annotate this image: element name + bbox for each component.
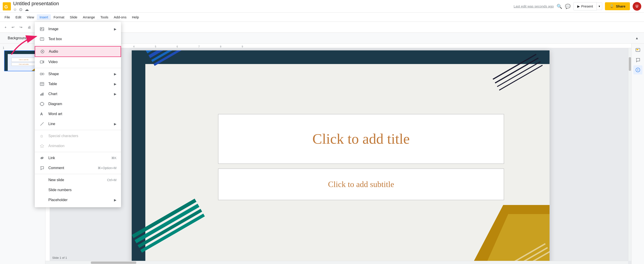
- subtitle-placeholder: Click to add subtitle: [328, 180, 394, 189]
- menu-tools[interactable]: Tools: [98, 14, 111, 20]
- menu-slide[interactable]: Slide: [67, 14, 80, 20]
- placeholder-icon: [39, 197, 45, 203]
- insert-dropdown-menu: Image ▶ T Text box Audio Video: [35, 22, 121, 207]
- vertical-scrollbar[interactable]: [628, 48, 631, 261]
- link-shortcut: ⌘K: [111, 156, 116, 160]
- menu-item-line[interactable]: Line ▶: [35, 119, 121, 129]
- menu-section-special: Ω Special characters Animation: [35, 130, 121, 152]
- menu-section-basic: Image ▶ T Text box: [35, 23, 121, 45]
- link-label: Link: [48, 156, 108, 160]
- menu-item-diagram[interactable]: Diagram: [35, 99, 121, 109]
- menu-addons[interactable]: Add-ons: [111, 14, 129, 20]
- menu-item-textbox[interactable]: T Text box: [35, 34, 121, 44]
- menu-item-shape[interactable]: Shape ▶: [35, 69, 121, 79]
- link-icon: [39, 155, 45, 161]
- app-logo[interactable]: G: [3, 2, 11, 10]
- present-button[interactable]: ▶ Present: [574, 2, 597, 10]
- arrow-annotation: [7, 23, 43, 59]
- doc-title[interactable]: Untitled presentation: [13, 1, 514, 6]
- star-icon[interactable]: ☆: [13, 7, 17, 12]
- share-button[interactable]: 🔒 Share: [605, 2, 630, 10]
- chart-icon: [39, 91, 45, 97]
- menu-arrange[interactable]: Arrange: [80, 14, 98, 20]
- menu-section-shapes: Shape ▶ Table ▶ Chart ▶ Diagram A: [35, 68, 121, 130]
- right-panel-info-icon[interactable]: i: [633, 66, 642, 74]
- search-icon[interactable]: 🔍: [556, 4, 562, 9]
- special-chars-label: Special characters: [48, 134, 116, 138]
- collapse-panel-btn[interactable]: ▲: [633, 35, 640, 41]
- table-icon: [39, 81, 45, 87]
- menu-item-video[interactable]: Video: [35, 57, 121, 67]
- image-arrow: ▶: [114, 27, 116, 31]
- slide-canvas[interactable]: Click to add title Click to add subtitle: [132, 50, 550, 264]
- placeholder-label: Placeholder: [48, 198, 110, 202]
- menu-item-comment[interactable]: Comment ⌘+Option+M: [35, 163, 121, 173]
- svg-marker-20: [40, 102, 44, 106]
- shape-icon: [39, 71, 45, 77]
- history-icon[interactable]: ⊙: [19, 7, 22, 12]
- new-slide-label: New slide: [48, 178, 103, 182]
- animation-label: Animation: [48, 144, 116, 148]
- menu-item-audio[interactable]: Audio: [35, 46, 121, 57]
- subtitle-textbox[interactable]: Click to add subtitle: [218, 168, 504, 200]
- menu-file[interactable]: File: [2, 14, 13, 20]
- menu-item-animation: Animation: [35, 141, 121, 151]
- menu-item-wordart[interactable]: A Word art: [35, 109, 121, 119]
- comment-label: Comment: [48, 166, 94, 170]
- animation-icon: [39, 143, 45, 149]
- svg-text:G: G: [4, 4, 8, 9]
- shape-label: Shape: [48, 72, 110, 76]
- title-placeholder: Click to add title: [312, 130, 410, 147]
- dark-border-top: [132, 50, 550, 64]
- last-edit-text[interactable]: Last edit was seconds ago: [514, 4, 554, 8]
- menu-edit[interactable]: Edit: [13, 14, 24, 20]
- wordart-icon: A: [39, 111, 45, 117]
- svg-rect-19: [43, 92, 43, 96]
- menu-item-special-chars: Ω Special characters: [35, 131, 121, 141]
- title-area: Untitled presentation ☆ ⊙ ☁: [13, 1, 514, 12]
- horizontal-scrollbar[interactable]: [46, 261, 628, 264]
- right-panel-slides-icon[interactable]: [633, 46, 642, 54]
- table-label: Table: [48, 82, 110, 86]
- right-panel-comment-icon[interactable]: [633, 56, 642, 64]
- present-caret-button[interactable]: ▾: [597, 2, 602, 10]
- svg-rect-3: [636, 49, 638, 50]
- table-arrow: ▶: [114, 82, 116, 86]
- ruler-horizontal: 1 2 3 4 5 6 7 8 9: [46, 44, 631, 48]
- diagram-icon: [39, 101, 45, 107]
- menu-help[interactable]: Help: [129, 14, 142, 20]
- menu-item-placeholder[interactable]: Placeholder ▶: [35, 195, 121, 205]
- menu-item-new-slide[interactable]: New slide Ctrl+M: [35, 175, 121, 185]
- line-icon: [39, 121, 45, 127]
- menu-bar: File Edit View Insert Format Slide Arran…: [0, 13, 644, 22]
- menu-item-chart[interactable]: Chart ▶: [35, 89, 121, 99]
- menu-item-link[interactable]: Link ⌘K: [35, 153, 121, 163]
- menu-view[interactable]: View: [24, 14, 37, 20]
- title-textbox[interactable]: Click to add title: [218, 114, 504, 164]
- menu-section-slides: New slide Ctrl+M Slide numbers Placehold…: [35, 174, 121, 206]
- chart-arrow: ▶: [114, 92, 116, 96]
- shape-arrow: ▶: [114, 72, 116, 76]
- svg-rect-12: [40, 73, 42, 75]
- slide-counter: Slide 1 of 1: [52, 256, 67, 260]
- menu-item-slide-numbers[interactable]: Slide numbers: [35, 185, 121, 195]
- canvas-area: 1 2 3 4 5 6 7 8 9: [46, 44, 631, 264]
- avatar[interactable]: U: [633, 2, 641, 11]
- cloud-icon[interactable]: ☁: [25, 7, 29, 12]
- wordart-label: Word art: [48, 112, 116, 116]
- comment-icon[interactable]: 💬: [565, 4, 571, 9]
- comment-menu-icon: [39, 165, 45, 171]
- svg-rect-17: [40, 94, 41, 96]
- slide-number: 1: [3, 46, 4, 50]
- menu-insert[interactable]: Insert: [37, 14, 51, 20]
- svg-rect-18: [42, 93, 42, 96]
- svg-line-22: [40, 122, 44, 126]
- menu-format[interactable]: Format: [51, 14, 67, 20]
- placeholder-arrow: ▶: [114, 198, 116, 202]
- line-label: Line: [48, 122, 110, 126]
- menu-item-image[interactable]: Image ▶: [35, 24, 121, 34]
- slide-numbers-icon: [39, 187, 45, 193]
- menu-item-table[interactable]: Table ▶: [35, 79, 121, 89]
- line-arrow: ▶: [114, 122, 116, 126]
- comment-shortcut: ⌘+Option+M: [98, 166, 116, 170]
